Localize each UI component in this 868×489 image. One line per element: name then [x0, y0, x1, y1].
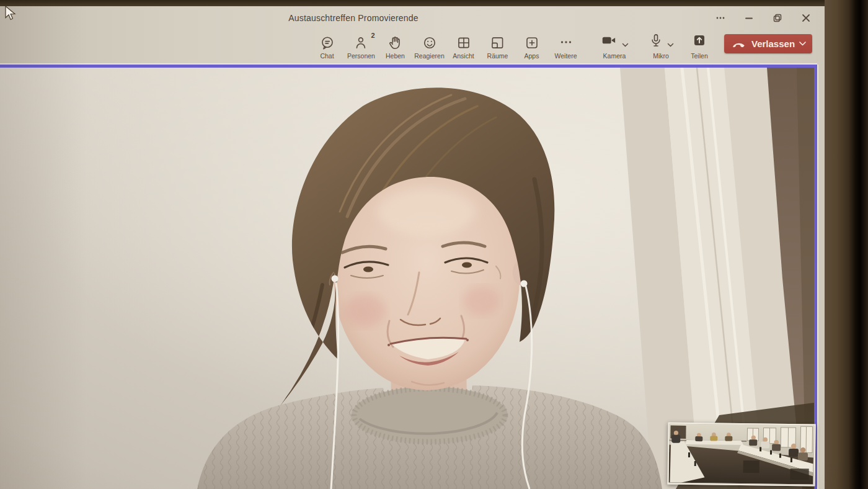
mic-dropdown-chevron[interactable] [667, 39, 674, 50]
chat-bubble-icon [319, 32, 335, 51]
toolbar-label: Apps [525, 52, 539, 60]
microphone-button[interactable]: Mikro [639, 32, 683, 60]
camera-button[interactable]: Kamera [590, 32, 639, 60]
participant-count-badge: 2 [371, 32, 374, 39]
raise-hand-icon [388, 32, 404, 51]
view-grid-icon [456, 32, 472, 51]
share-button[interactable]: Teilen [683, 32, 715, 60]
more-button[interactable]: Weitere [549, 32, 583, 63]
people-button[interactable]: 2 Personen [344, 32, 378, 63]
microphone-icon [648, 32, 664, 52]
leave-label: Verlassen [751, 38, 795, 49]
meeting-toolbar: Chat 2 Personen Heben [0, 30, 825, 66]
pip-room-scene [668, 424, 813, 485]
photo-right-edge [825, 0, 868, 489]
reaction-smiley-icon [422, 32, 438, 51]
breakout-rooms-icon [490, 32, 506, 51]
toolbar-label: Personen [347, 52, 375, 60]
apps-button[interactable]: Apps [515, 32, 549, 63]
toolbar-actions: Chat 2 Personen Heben [310, 32, 583, 63]
toolbar-label: Chat [320, 52, 334, 60]
toolbar-label: Heben [386, 52, 405, 60]
camera-dropdown-chevron[interactable] [622, 39, 629, 50]
restore-icon[interactable] [764, 7, 791, 29]
toolbar-label: Reagieren [414, 52, 444, 60]
window-controls [707, 6, 820, 30]
toolbar-label: Räume [487, 52, 508, 60]
photo-top-edge [0, 0, 868, 6]
toolbar-label: Weitere [555, 52, 577, 60]
more-ellipsis-icon [558, 32, 574, 51]
toolbar-label: Kamera [603, 52, 626, 60]
apps-add-icon [524, 32, 540, 51]
toolbar-label: Teilen [691, 52, 707, 60]
toolbar-devices: Kamera Mikro [590, 32, 812, 60]
hangup-phone-icon [732, 38, 746, 50]
raise-hand-button[interactable]: Heben [378, 32, 412, 63]
pip-room-view[interactable] [667, 423, 815, 487]
chat-button[interactable]: Chat [310, 32, 344, 63]
teams-meeting-window: Austauschtreffen Promovierende [0, 6, 825, 489]
people-icon: 2 [353, 32, 370, 51]
react-button[interactable]: Reagieren [412, 32, 446, 63]
projected-screen-photo: Austauschtreffen Promovierende [0, 0, 868, 489]
leave-dropdown-chevron[interactable] [799, 41, 807, 47]
camera-on-icon [600, 32, 619, 51]
mouse-cursor [4, 5, 16, 24]
close-icon[interactable] [792, 7, 820, 29]
share-screen-icon [691, 32, 707, 51]
toolbar-label: Mikro [653, 52, 669, 60]
titlebar: Austauschtreffen Promovierende [0, 6, 825, 30]
meeting-title: Austauschtreffen Promovierende [282, 13, 425, 23]
rooms-button[interactable]: Räume [480, 32, 515, 63]
minimize-icon[interactable] [735, 7, 763, 29]
window-more-icon[interactable] [707, 7, 734, 29]
view-button[interactable]: Ansicht [446, 32, 480, 63]
leave-button[interactable]: Verlassen [724, 34, 812, 53]
toolbar-label: Ansicht [453, 52, 474, 60]
